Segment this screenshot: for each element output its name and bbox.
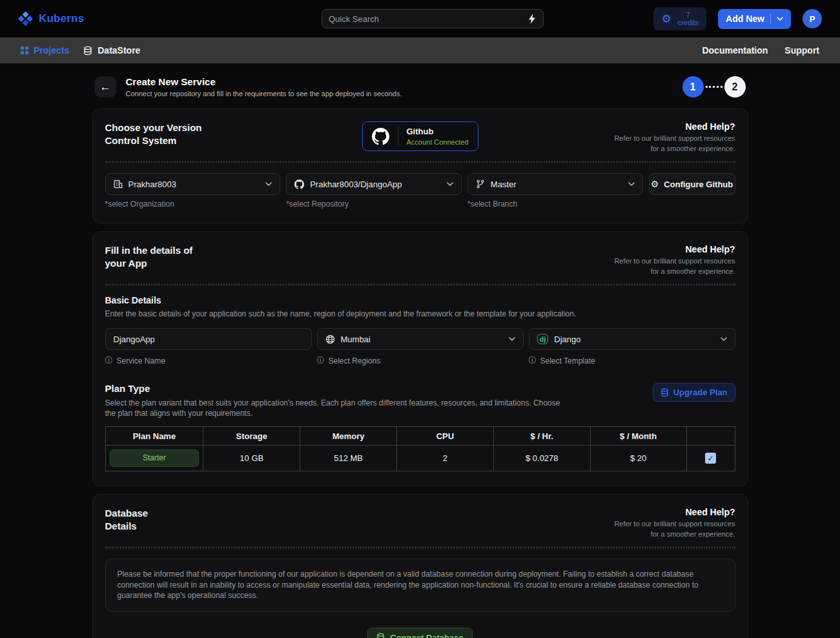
bolt-icon (528, 14, 537, 24)
branch-hint: *select Branch (467, 200, 643, 209)
region-value: Mumbai (341, 334, 371, 344)
page-header: ← Create New Service Connect your reposi… (92, 76, 748, 98)
database-icon (376, 633, 385, 638)
sub-navbar: Projects DataStore Documentation Support (0, 37, 840, 63)
plan-type-description: Select the plan variant that best suits … (105, 398, 570, 418)
nav-item-projects[interactable]: Projects (21, 45, 69, 56)
configure-github-button[interactable]: ⚙ Configure Github (649, 173, 735, 195)
need-help: Need Help? Refer to our brilliant suppor… (614, 244, 735, 275)
credits-label: credits (678, 19, 699, 26)
app-details-card: Fill in the details of your App Need Hel… (92, 231, 748, 486)
col-price-hr: $ / Hr. (493, 427, 590, 446)
vcs-card: Choose your Version Control System Githu… (92, 108, 748, 223)
info-icon: ⓘ (105, 355, 113, 366)
chevron-down-icon (447, 182, 453, 186)
dotted-divider (105, 284, 735, 285)
repository-select[interactable]: Prakhar8003/DjangoApp (286, 173, 462, 195)
add-new-button[interactable]: Add New (718, 9, 791, 29)
divider (398, 127, 398, 146)
credits-count: 7 (686, 11, 690, 19)
github-card-status: Account Connected (407, 138, 469, 146)
plan-memory: 512 MB (300, 446, 397, 471)
service-name-input[interactable] (105, 328, 312, 350)
info-icon: ⓘ (529, 355, 537, 366)
nav-datastore-label: DataStore (97, 45, 140, 56)
col-price-month: $ / Month (590, 427, 686, 446)
col-storage: Storage (203, 427, 300, 446)
database-title: Database Details (105, 507, 149, 533)
upgrade-plan-button[interactable]: Upgrade Plan (653, 383, 735, 402)
step-indicator: 1 2 (682, 76, 746, 98)
col-memory: Memory (300, 427, 397, 446)
app-window: Kuberns ⚙ 7 credits Add New P (0, 0, 840, 638)
avatar[interactable]: P (803, 9, 822, 28)
dotted-divider (105, 547, 735, 548)
service-name-label: ⓘ Service Name (105, 355, 312, 366)
connect-database-label: Connect Database (390, 633, 463, 638)
nav-projects-label: Projects (34, 45, 69, 56)
col-plan-name: Plan Name (105, 427, 203, 446)
region-label: ⓘ Select Regions (317, 355, 524, 366)
plan-storage: 10 GB (203, 446, 300, 471)
gear-icon: ⚙ (661, 14, 671, 25)
nav-item-datastore[interactable]: DataStore (83, 45, 140, 56)
repository-hint: *select Repository (286, 200, 462, 209)
template-value: Django (554, 334, 580, 344)
plan-type-title: Plan Type (105, 383, 570, 394)
branch-value: Master (491, 180, 517, 189)
basic-details-description: Enter the basic details of your applicat… (105, 309, 735, 318)
nav-support[interactable]: Support (784, 45, 819, 56)
organization-value: Prakhar8003 (128, 180, 176, 189)
organization-select[interactable]: Prakhar8003 (105, 173, 281, 195)
gear-icon: ⚙ (651, 179, 659, 189)
plan-cpu: 2 (397, 446, 494, 471)
chevron-down-icon (628, 182, 635, 186)
basic-details-title: Basic Details (105, 295, 735, 305)
col-select (686, 427, 735, 446)
step-connector (706, 86, 722, 88)
step-2[interactable]: 2 (724, 76, 746, 98)
main-content: ← Create New Service Connect your reposi… (92, 63, 748, 638)
plan-price-hr: $ 0.0278 (493, 446, 590, 471)
topnav-right: ⚙ 7 credits Add New P (653, 7, 822, 30)
branch-select[interactable]: Master (467, 173, 643, 195)
chevron-down-icon (721, 337, 727, 341)
plan-price-month: $ 20 (590, 446, 686, 471)
github-connected-card[interactable]: Github Account Connected (362, 121, 478, 151)
chevron-down-icon (777, 17, 783, 21)
quick-search (322, 9, 544, 28)
database-icon (661, 388, 669, 397)
github-icon (294, 180, 304, 189)
brand-name: Kuberns (39, 12, 84, 25)
divider (770, 14, 771, 24)
plan-table: Plan Name Storage Memory CPU $ / Hr. $ /… (105, 426, 735, 471)
template-select[interactable]: dj Django (529, 328, 735, 350)
nav-documentation[interactable]: Documentation (702, 45, 768, 56)
database-notice: Please be informed that the proper funct… (105, 559, 735, 612)
region-select[interactable]: Mumbai (317, 328, 524, 350)
back-button[interactable]: ← (95, 76, 116, 98)
need-help: Need Help? Refer to our brilliant suppor… (614, 507, 735, 538)
plan-name-badge: Starter (110, 449, 200, 467)
database-card: Database Details Need Help? Refer to our… (92, 494, 748, 638)
organization-icon (114, 180, 123, 189)
col-cpu: CPU (397, 427, 494, 446)
dotted-divider (105, 161, 735, 163)
organization-hint: *select Organization (105, 200, 281, 209)
django-icon: dj (537, 334, 549, 344)
repository-value: Prakhar8003/DjangoApp (310, 180, 402, 189)
chevron-down-icon (265, 182, 272, 186)
configure-github-label: Configure Github (664, 180, 733, 189)
plan-checkbox[interactable]: ✓ (705, 453, 716, 464)
search-input[interactable] (329, 14, 528, 24)
step-1[interactable]: 1 (682, 76, 704, 98)
chevron-down-icon (509, 337, 515, 341)
top-navbar: Kuberns ⚙ 7 credits Add New P (0, 0, 840, 37)
connect-database-button[interactable]: Connect Database (367, 628, 472, 638)
kuberns-logo-icon (18, 12, 32, 26)
globe-icon (325, 334, 335, 344)
database-icon (83, 46, 92, 56)
github-icon (372, 128, 389, 145)
credits-badge[interactable]: ⚙ 7 credits (653, 7, 706, 30)
brand[interactable]: Kuberns (18, 12, 84, 26)
